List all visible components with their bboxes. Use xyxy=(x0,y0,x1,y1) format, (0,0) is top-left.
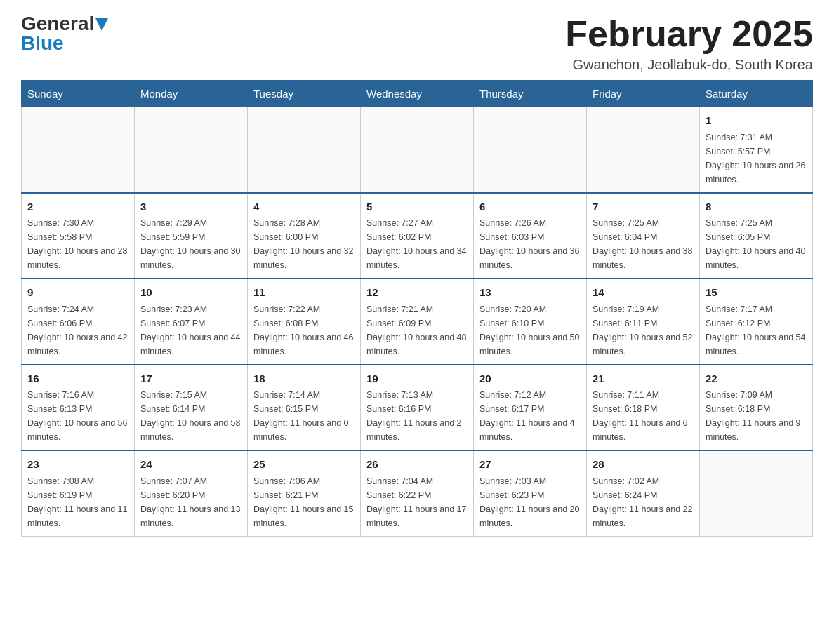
day-number: 19 xyxy=(366,371,468,387)
table-row: 18Sunrise: 7:14 AMSunset: 6:15 PMDayligh… xyxy=(248,365,361,451)
day-info: Sunrise: 7:17 AMSunset: 6:12 PMDaylight:… xyxy=(706,302,807,358)
table-row: 28Sunrise: 7:02 AMSunset: 6:24 PMDayligh… xyxy=(587,450,700,536)
day-info: Sunrise: 7:15 AMSunset: 6:14 PMDaylight:… xyxy=(140,388,241,444)
table-row: 4Sunrise: 7:28 AMSunset: 6:00 PMDaylight… xyxy=(248,193,361,279)
table-row: 26Sunrise: 7:04 AMSunset: 6:22 PMDayligh… xyxy=(361,450,474,536)
day-number: 16 xyxy=(27,371,128,387)
table-row: 11Sunrise: 7:22 AMSunset: 6:08 PMDayligh… xyxy=(248,279,361,365)
table-row: 6Sunrise: 7:26 AMSunset: 6:03 PMDaylight… xyxy=(474,193,587,279)
day-info: Sunrise: 7:12 AMSunset: 6:17 PMDaylight:… xyxy=(479,388,581,444)
calendar-week-row: 2Sunrise: 7:30 AMSunset: 5:58 PMDaylight… xyxy=(22,193,813,279)
calendar-table: Sunday Monday Tuesday Wednesday Thursday… xyxy=(21,80,813,537)
table-row: 24Sunrise: 7:07 AMSunset: 6:20 PMDayligh… xyxy=(135,450,248,536)
day-number: 26 xyxy=(366,457,468,473)
table-row: 12Sunrise: 7:21 AMSunset: 6:09 PMDayligh… xyxy=(361,279,474,365)
day-number: 27 xyxy=(479,457,581,473)
header-monday: Monday xyxy=(135,81,248,107)
calendar-week-row: 1Sunrise: 7:31 AMSunset: 5:57 PMDaylight… xyxy=(22,107,813,193)
page-header: General Blue February 2025 Gwanchon, Jeo… xyxy=(21,14,813,73)
day-info: Sunrise: 7:08 AMSunset: 6:19 PMDaylight:… xyxy=(27,474,128,530)
table-row: 10Sunrise: 7:23 AMSunset: 6:07 PMDayligh… xyxy=(135,279,248,365)
day-number: 21 xyxy=(593,371,694,387)
table-row: 3Sunrise: 7:29 AMSunset: 5:59 PMDaylight… xyxy=(135,193,248,279)
day-number: 4 xyxy=(253,199,355,215)
day-info: Sunrise: 7:11 AMSunset: 6:18 PMDaylight:… xyxy=(593,388,694,444)
table-row: 14Sunrise: 7:19 AMSunset: 6:11 PMDayligh… xyxy=(587,279,700,365)
day-info: Sunrise: 7:20 AMSunset: 6:10 PMDaylight:… xyxy=(479,302,581,358)
logo-triangle-icon xyxy=(95,18,108,31)
day-info: Sunrise: 7:09 AMSunset: 6:18 PMDaylight:… xyxy=(706,388,807,444)
day-number: 1 xyxy=(706,113,807,129)
day-info: Sunrise: 7:21 AMSunset: 6:09 PMDaylight:… xyxy=(366,302,468,358)
table-row: 21Sunrise: 7:11 AMSunset: 6:18 PMDayligh… xyxy=(587,365,700,451)
day-info: Sunrise: 7:29 AMSunset: 5:59 PMDaylight:… xyxy=(140,216,241,272)
table-row: 9Sunrise: 7:24 AMSunset: 6:06 PMDaylight… xyxy=(22,279,135,365)
day-number: 9 xyxy=(27,285,128,301)
day-number: 23 xyxy=(27,457,128,473)
day-info: Sunrise: 7:22 AMSunset: 6:08 PMDaylight:… xyxy=(253,302,355,358)
table-row: 23Sunrise: 7:08 AMSunset: 6:19 PMDayligh… xyxy=(22,450,135,536)
table-row: 15Sunrise: 7:17 AMSunset: 6:12 PMDayligh… xyxy=(700,279,813,365)
table-row: 8Sunrise: 7:25 AMSunset: 6:05 PMDaylight… xyxy=(700,193,813,279)
day-info: Sunrise: 7:28 AMSunset: 6:00 PMDaylight:… xyxy=(253,216,355,272)
day-number: 14 xyxy=(593,285,694,301)
day-number: 8 xyxy=(706,199,807,215)
header-saturday: Saturday xyxy=(700,81,813,107)
day-number: 10 xyxy=(140,285,241,301)
table-row: 16Sunrise: 7:16 AMSunset: 6:13 PMDayligh… xyxy=(22,365,135,451)
day-info: Sunrise: 7:03 AMSunset: 6:23 PMDaylight:… xyxy=(479,474,581,530)
table-row xyxy=(587,107,700,193)
day-number: 22 xyxy=(706,371,807,387)
day-info: Sunrise: 7:04 AMSunset: 6:22 PMDaylight:… xyxy=(366,474,468,530)
day-number: 28 xyxy=(593,457,694,473)
header-sunday: Sunday xyxy=(22,81,135,107)
table-row xyxy=(22,107,135,193)
table-row xyxy=(135,107,248,193)
day-number: 25 xyxy=(253,457,355,473)
day-number: 7 xyxy=(593,199,694,215)
table-row: 19Sunrise: 7:13 AMSunset: 6:16 PMDayligh… xyxy=(361,365,474,451)
table-row: 13Sunrise: 7:20 AMSunset: 6:10 PMDayligh… xyxy=(474,279,587,365)
day-info: Sunrise: 7:31 AMSunset: 5:57 PMDaylight:… xyxy=(706,130,807,187)
day-info: Sunrise: 7:30 AMSunset: 5:58 PMDaylight:… xyxy=(27,216,128,272)
day-number: 11 xyxy=(253,285,355,301)
header-wednesday: Wednesday xyxy=(361,81,474,107)
table-row: 1Sunrise: 7:31 AMSunset: 5:57 PMDaylight… xyxy=(700,107,813,193)
day-number: 6 xyxy=(479,199,581,215)
day-info: Sunrise: 7:23 AMSunset: 6:07 PMDaylight:… xyxy=(140,302,241,358)
table-row xyxy=(361,107,474,193)
day-number: 12 xyxy=(366,285,468,301)
day-info: Sunrise: 7:14 AMSunset: 6:15 PMDaylight:… xyxy=(253,388,355,444)
title-section: February 2025 Gwanchon, Jeollabuk-do, So… xyxy=(565,14,813,73)
table-row: 5Sunrise: 7:27 AMSunset: 6:02 PMDaylight… xyxy=(361,193,474,279)
table-row: 27Sunrise: 7:03 AMSunset: 6:23 PMDayligh… xyxy=(474,450,587,536)
day-info: Sunrise: 7:26 AMSunset: 6:03 PMDaylight:… xyxy=(479,216,581,272)
location-text: Gwanchon, Jeollabuk-do, South Korea xyxy=(565,57,813,73)
logo-blue-text: Blue xyxy=(21,34,64,53)
day-number: 24 xyxy=(140,457,241,473)
day-info: Sunrise: 7:16 AMSunset: 6:13 PMDaylight:… xyxy=(27,388,128,444)
day-info: Sunrise: 7:13 AMSunset: 6:16 PMDaylight:… xyxy=(366,388,468,444)
logo-general-text: General xyxy=(21,14,94,34)
header-tuesday: Tuesday xyxy=(248,81,361,107)
calendar-header-row: Sunday Monday Tuesday Wednesday Thursday… xyxy=(22,81,813,107)
day-number: 13 xyxy=(479,285,581,301)
day-number: 18 xyxy=(253,371,355,387)
logo: General Blue xyxy=(21,14,108,53)
day-info: Sunrise: 7:24 AMSunset: 6:06 PMDaylight:… xyxy=(27,302,128,358)
month-title: February 2025 xyxy=(565,14,813,54)
day-info: Sunrise: 7:27 AMSunset: 6:02 PMDaylight:… xyxy=(366,216,468,272)
table-row: 22Sunrise: 7:09 AMSunset: 6:18 PMDayligh… xyxy=(700,365,813,451)
header-friday: Friday xyxy=(587,81,700,107)
day-number: 3 xyxy=(140,199,241,215)
day-number: 5 xyxy=(366,199,468,215)
table-row: 7Sunrise: 7:25 AMSunset: 6:04 PMDaylight… xyxy=(587,193,700,279)
table-row: 20Sunrise: 7:12 AMSunset: 6:17 PMDayligh… xyxy=(474,365,587,451)
table-row: 2Sunrise: 7:30 AMSunset: 5:58 PMDaylight… xyxy=(22,193,135,279)
day-number: 20 xyxy=(479,371,581,387)
table-row: 17Sunrise: 7:15 AMSunset: 6:14 PMDayligh… xyxy=(135,365,248,451)
day-info: Sunrise: 7:02 AMSunset: 6:24 PMDaylight:… xyxy=(593,474,694,530)
day-number: 17 xyxy=(140,371,241,387)
table-row xyxy=(248,107,361,193)
table-row: 25Sunrise: 7:06 AMSunset: 6:21 PMDayligh… xyxy=(248,450,361,536)
